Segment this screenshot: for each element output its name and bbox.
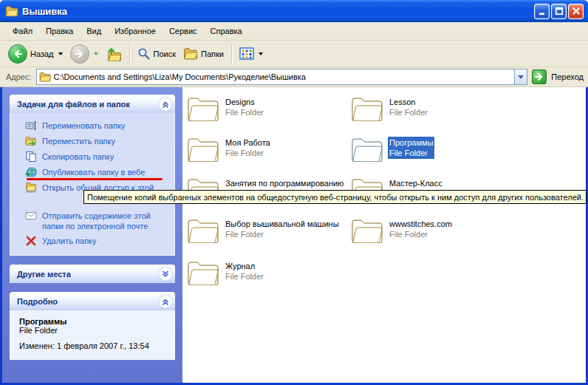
toolbar-separator (129, 44, 130, 64)
task-rename-folder[interactable]: Переименовать папку (10, 118, 174, 134)
address-label: Адрес: (6, 72, 32, 81)
folder-type: File Folder (389, 107, 428, 117)
folder-tile-lesson[interactable]: LessonFile Folder (351, 95, 429, 121)
folder-tile-programmy-selected[interactable]: ПрограммыFile Folder (351, 135, 434, 162)
task-publish-folder-web[interactable]: Опубликовать папку в вебе (10, 165, 174, 180)
maximize-icon (554, 6, 564, 16)
tasks-panel-title: Задачи для файлов и папок (17, 100, 130, 109)
share-folder-icon (25, 182, 37, 194)
menu-bar: Файл Правка Вид Избранное Сервис Справка (0, 22, 588, 41)
forward-icon (70, 44, 89, 64)
close-button[interactable] (568, 4, 584, 19)
folder-tile-zhurnal[interactable]: ЖурналFile Folder (187, 259, 265, 285)
folder-name: Lesson (389, 97, 428, 107)
close-icon (571, 6, 581, 16)
back-label: Назад (30, 50, 54, 58)
back-dropdown-icon[interactable] (58, 52, 63, 55)
folder-name: Моя Работа (225, 137, 270, 148)
other-places-title: Другие места (17, 270, 71, 279)
toolbar: Назад Поиск Папки (0, 41, 588, 67)
menu-item-edit[interactable]: Правка (39, 24, 80, 38)
chevron-up-icon (160, 99, 171, 109)
up-folder-icon (106, 47, 122, 61)
up-button[interactable] (102, 45, 126, 63)
details-title: Подробно (17, 297, 58, 306)
chevron-up-icon (160, 296, 171, 307)
copy-icon (25, 151, 37, 163)
folder-name: Занятия по программированию (225, 178, 343, 188)
address-path[interactable]: C:\Documents and Settings\Liza\My Docume… (54, 72, 515, 81)
maximize-button[interactable] (551, 4, 567, 19)
forward-button[interactable] (66, 43, 102, 65)
task-email-folder[interactable]: Отправить содержимое этой папки по элект… (10, 208, 174, 234)
search-button[interactable]: Поиск (134, 46, 180, 62)
menu-item-help[interactable]: Справка (204, 24, 249, 38)
folder-name: Выбор вышивальной машины (225, 219, 339, 229)
folder-icon (187, 259, 219, 285)
folder-type: File Folder (225, 148, 270, 158)
collapse-button[interactable] (159, 295, 172, 308)
minimize-button[interactable] (534, 4, 550, 19)
move-folder-icon (25, 135, 37, 147)
task-delete-folder[interactable]: Удалить папку (10, 234, 174, 249)
folder-type: File Folder (389, 148, 433, 158)
folder-tile-designs[interactable]: DesignsFile Folder (187, 95, 265, 121)
address-folder-icon (39, 72, 51, 82)
folder-tile-vybor-mashiny[interactable]: Выбор вышивальной машиныFile Folder (187, 217, 341, 243)
other-places-header[interactable]: Другие места (10, 265, 175, 283)
menu-item-favorites[interactable]: Избранное (108, 24, 163, 38)
address-bar: Адрес: C:\Documents and Settings\Liza\My… (0, 67, 588, 87)
rename-icon (25, 120, 37, 132)
folder-type: File Folder (225, 107, 264, 117)
menu-item-file[interactable]: Файл (6, 24, 39, 38)
tooltip-text: Помещение копий выбранных элементов на о… (87, 193, 584, 202)
views-icon (239, 47, 254, 60)
chevron-down-icon (160, 269, 171, 279)
details-folder-name: Программы (19, 317, 165, 326)
task-label: Опубликовать папку в вебе (42, 167, 145, 177)
task-label: Удалить папку (42, 236, 97, 246)
file-folder-tasks-panel: Задачи для файлов и папок Переименовать … (10, 95, 175, 256)
window-folder-icon (5, 5, 18, 17)
address-dropdown-button[interactable] (514, 69, 527, 84)
folders-icon (183, 47, 198, 60)
folder-icon (351, 217, 383, 243)
collapse-button[interactable] (159, 98, 172, 111)
folder-name: wwwstitches.com (389, 219, 452, 229)
views-button[interactable] (236, 46, 267, 61)
search-label: Поиск (154, 50, 176, 58)
tasks-panel-header[interactable]: Задачи для файлов и папок (10, 95, 175, 113)
tasks-panel-body: Переименовать папку Переместить папку Ск… (10, 113, 175, 256)
details-panel: Подробно Программы File Folder Изменен: … (10, 292, 175, 360)
back-button[interactable]: Назад (4, 43, 66, 65)
folder-name: Программы (389, 137, 433, 148)
window-body: Задачи для файлов и папок Переименовать … (2, 87, 586, 383)
folder-tile-moya-rabota[interactable]: Моя РаботаFile Folder (187, 135, 272, 162)
toolbar-separator-2 (231, 44, 232, 64)
folders-button[interactable]: Папки (180, 46, 228, 61)
delete-x-icon (25, 235, 37, 247)
details-header[interactable]: Подробно (10, 292, 175, 310)
forward-dropdown-icon[interactable] (94, 52, 98, 55)
folders-label: Папки (201, 50, 224, 58)
folder-view: DesignsFile Folder LessonFile Folder Моя… (182, 87, 586, 383)
task-label: Переименовать папку (42, 120, 125, 131)
task-copy-folder[interactable]: Скопировать папку (10, 149, 174, 165)
folder-name: Designs (225, 97, 264, 107)
title-bar: Вышивка (0, 0, 588, 22)
menu-item-view[interactable]: Вид (80, 24, 108, 38)
folder-tile-wwwstitches[interactable]: wwwstitches.comFile Folder (351, 217, 454, 243)
views-dropdown-icon[interactable] (259, 52, 263, 55)
task-move-folder[interactable]: Переместить папку (10, 134, 174, 149)
folder-type: File Folder (225, 229, 339, 239)
folder-icon (351, 95, 383, 121)
go-button[interactable] (532, 69, 547, 84)
menu-item-tools[interactable]: Сервис (163, 24, 204, 38)
address-input[interactable]: C:\Documents and Settings\Liza\My Docume… (36, 69, 528, 85)
web-publish-globe-icon (25, 166, 37, 178)
folder-icon (187, 135, 219, 162)
folder-type: File Folder (389, 229, 452, 239)
expand-button[interactable] (159, 268, 172, 281)
email-icon (25, 210, 37, 222)
explorer-window: Вышивка Файл Правка Вид Избранное Сервис… (0, 0, 588, 385)
